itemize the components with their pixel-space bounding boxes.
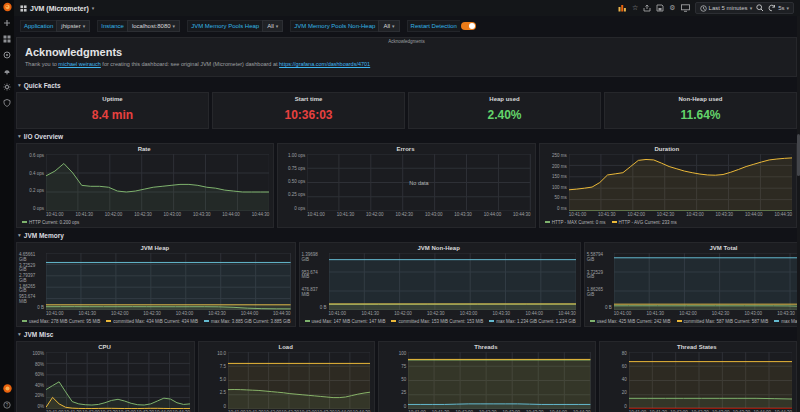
y-tick-label: 250 ms [552,154,567,159]
legend-item[interactable]: HTTP - AVG Current: 233 ms [612,220,677,225]
legend-marker [545,221,550,223]
row-header-jvm-memory[interactable]: ▾JVM Memory [18,231,797,239]
legend-item[interactable]: HTTP - MAX Current: 0 ms [545,220,606,225]
legend-item[interactable]: committed Max: 434 MiB Current: 434 MiB [106,319,198,324]
explore-icon[interactable] [3,50,12,59]
x-tick-label: 10:43:00 [176,310,194,317]
share-icon[interactable] [643,4,651,12]
x-tick-label: 10:42:00 [366,211,384,218]
x-tick-label: 10:41:30 [646,310,664,317]
author-link[interactable]: michael weirauch [58,61,101,67]
series-fill-max [46,262,291,310]
legend-text: committed Max: 153 MiB Current: 153 MiB [398,319,483,324]
panel-title[interactable]: Load [201,343,370,352]
io-overview-row: Rate0.6 ops0.4 ops0.2 ops0 ops10:41:0010… [16,143,797,228]
panel-title[interactable]: Threads [381,343,590,352]
legend-item[interactable]: used Max: 147 MiB Current: 147 MiB [305,319,386,324]
x-tick-label: 10:43:00 [745,310,763,317]
star-icon[interactable]: ☆ [632,4,638,12]
dashboard-submenu: Applicationjhipster▾Instancelocalhost:80… [14,16,800,35]
legend-item[interactable]: committed Max: 587 MiB Current: 587 MiB [677,319,769,324]
chart-legend [283,218,530,226]
cycle-view-icon[interactable] [681,4,690,12]
panel-title[interactable]: Duration [542,145,792,154]
add-panel-icon[interactable] [618,4,627,12]
chart-legend: used Max: 425 MiB Current: 242 MiBcommit… [590,317,800,325]
x-axis-labels: 10:41:0010:41:3010:42:0010:42:3010:43:00… [307,211,530,218]
variable-value-dropdown[interactable]: All▾ [262,20,283,32]
series-fill-max [329,260,576,310]
y-tick-label: 3.72529 GiB [587,271,612,280]
row-header-jvm-misc[interactable]: ▾JVM Misc [18,330,797,338]
help-icon[interactable]: ? [3,400,12,409]
variable-value-dropdown[interactable]: All▾ [378,20,399,32]
dashboards-icon[interactable] [3,34,12,43]
alerting-icon[interactable] [3,66,12,75]
y-tick-label: 0.4 ops [29,172,44,177]
series-fill-max [614,258,800,310]
x-tick-label: 10:42:00 [105,211,123,218]
x-tick-label: 10:42:30 [396,211,414,218]
legend-item[interactable]: used Max: 425 MiB Current: 242 MiB [590,319,671,324]
grafana-logo[interactable] [3,2,12,11]
legend-text: used Max: 425 MiB Current: 242 MiB [597,319,671,324]
panel-title[interactable]: Rate [19,145,269,154]
restart-detection-toggle[interactable] [461,22,476,30]
configuration-icon[interactable] [3,82,12,91]
stat-panel: Heap used2.40% [408,92,601,129]
row-header-quick-facts[interactable]: ▾Quick Facts [18,81,797,89]
refresh-picker[interactable]: 5s ▾ [768,4,789,12]
x-tick-label: 10:42:00 [679,310,697,317]
variable-value-dropdown[interactable]: jhipster▾ [56,20,90,32]
chart-canvas [46,154,269,211]
legend-item[interactable]: max Max: 3.885 GiB Current: 3.885 GiB [204,319,291,324]
restart-detection-control: Restart Detection [407,20,476,32]
y-tick-label: 50 ms [554,196,566,201]
y-axis-labels: 1.39698 GiB953.674 MiB476.837 MiB0 B [302,253,329,310]
panel-title[interactable]: JVM Total [587,244,800,253]
x-tick-label: 10:44:30 [273,310,291,317]
stat-panel-title[interactable]: Non-Heap used [605,93,796,102]
settings-gear-icon[interactable]: ⚙ [669,4,675,12]
series-line-daemon [408,404,590,405]
legend-item[interactable]: max Max: 1.234 GiB Current: 1.234 GiB [489,319,576,324]
panel-title[interactable]: JVM Non-Heap [302,244,576,253]
server-admin-icon[interactable] [3,98,12,107]
row-header-io-overview[interactable]: ▾I/O Overview [18,132,797,140]
panel-title[interactable]: Thread States [602,343,792,352]
avatar[interactable] [3,384,12,393]
time-range-picker[interactable]: Last 5 minutes ▾ [700,5,753,12]
svg-text:?: ? [6,402,9,407]
panel-title[interactable]: Errors [280,145,530,154]
stat-panel-title[interactable]: Uptime [17,93,208,102]
chart-plot-area [46,253,291,310]
create-icon[interactable] [3,18,12,27]
legend-item[interactable]: used Max: 278 MiB Current: 95 MiB [22,319,100,324]
x-tick-label: 10:41:00 [46,310,64,317]
legend-marker [22,320,27,322]
collapse-chevron-icon: ▾ [18,331,21,337]
ack-text-before: Thank you to [25,61,58,67]
panel-title[interactable]: CPU [19,343,190,352]
stat-panel-value: 2.40% [409,108,600,122]
panel-title[interactable]: JVM Heap [19,244,291,253]
x-tick-label: 10:43:00 [686,211,704,218]
restart-detection-label: Restart Detection [407,20,460,32]
dashboard-title[interactable]: JVM (Micrometer) [30,5,89,12]
zoom-out-icon[interactable] [756,4,764,12]
save-icon[interactable] [656,4,664,12]
chevron-down-icon: ▾ [392,23,395,29]
stat-panel-title[interactable]: Heap used [409,93,600,102]
y-tick-label: 75 [401,365,406,370]
variable-value-dropdown[interactable]: localhost:8080▾ [127,20,180,32]
stat-panel-title[interactable]: Start time [213,93,404,102]
variable-label: JVM Memory Pools Heap [187,20,262,32]
submenu-variables: Applicationjhipster▾Instancelocalhost:80… [20,20,400,32]
legend-text: committed Max: 587 MiB Current: 587 MiB [684,319,769,324]
legend-item[interactable]: committed Max: 153 MiB Current: 153 MiB [391,319,483,324]
template-variable: JVM Memory Pools Non-HeapAll▾ [290,20,399,32]
legend-item[interactable]: HTTP Current: 0.200 ops [22,220,79,225]
acknowledgments-panel-title[interactable]: Acknowledgments [17,39,796,44]
x-tick-label: 10:41:30 [337,211,355,218]
dashboard-source-link[interactable]: https://grafana.com/dashboards/4701 [279,61,370,67]
